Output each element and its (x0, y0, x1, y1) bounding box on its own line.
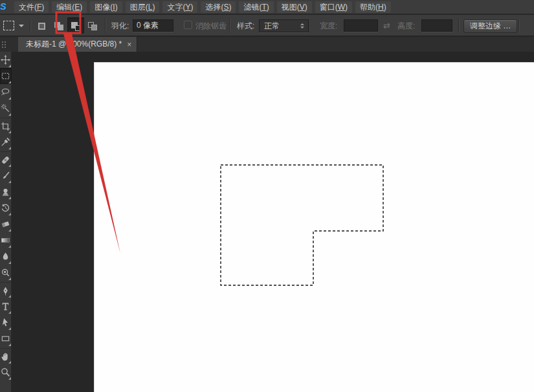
refine-edge-button[interactable]: 调整边缘 … (463, 19, 517, 33)
menu-item[interactable]: 选择(S) (201, 1, 236, 13)
quick-selection-tool[interactable] (0, 100, 12, 116)
style-value: 正常 (260, 21, 298, 32)
menu-item[interactable]: 图层(L) (126, 1, 160, 13)
mode-new-selection[interactable] (34, 17, 50, 34)
panel-grip-icon[interactable] (1, 41, 7, 49)
menu-item[interactable]: 帮助(H) (355, 1, 391, 13)
tools-panel (0, 52, 12, 392)
antialias-label: 消除锯齿 (195, 21, 227, 32)
mode-intersect-with-selection[interactable] (84, 17, 101, 34)
selection-mode-icon (71, 21, 81, 31)
zoom-tool[interactable] (0, 364, 12, 380)
tool-preset-button[interactable] (2, 19, 27, 32)
mode-add-to-selection[interactable] (50, 17, 67, 34)
selection-mode-icon (87, 21, 98, 31)
pen-tool[interactable] (0, 282, 12, 298)
photoshop-logo: PS (0, 1, 10, 13)
clone-stamp-tool[interactable] (0, 184, 12, 200)
menu-item[interactable]: 滤镜(T) (239, 1, 273, 13)
document-canvas[interactable] (94, 62, 534, 392)
eyedropper-tool[interactable] (0, 134, 12, 150)
width-label: 宽度: (320, 21, 337, 32)
selection-mode-icon (37, 21, 47, 31)
close-icon[interactable]: × (127, 41, 131, 49)
separator (458, 18, 459, 33)
document-tab-title: 未标题-1 @ 100%(RGB/8) * (26, 39, 122, 50)
selection-mode-icon (54, 21, 64, 31)
swap-width-height-icon[interactable]: ⇄ (383, 21, 390, 30)
antialias-checkbox[interactable] (184, 21, 192, 29)
path-selection-tool[interactable] (0, 314, 12, 331)
menu-item[interactable]: 图像(I) (90, 1, 122, 13)
lasso-tool[interactable] (0, 84, 12, 100)
type-tool[interactable] (0, 298, 12, 314)
rectangular-marquee-icon (3, 21, 14, 30)
rectangular-marquee-tool[interactable] (0, 68, 12, 84)
separator (229, 18, 230, 33)
crop-tool[interactable] (0, 118, 12, 134)
menu-item[interactable]: 窗口(W) (315, 1, 352, 13)
menu-item[interactable]: 文件(F) (14, 1, 49, 13)
mode-subtract-from-selection[interactable] (67, 17, 84, 34)
eraser-tool[interactable] (0, 216, 12, 232)
height-input[interactable] (421, 19, 452, 32)
tool-options-bar: 羽化: 0 像素 消除锯齿 样式: 正常 宽度: ⇄ 高度: 调整边缘 … (0, 15, 534, 36)
gradient-tool[interactable] (0, 232, 12, 248)
feather-label: 羽化: (111, 21, 129, 32)
dodge-tool[interactable] (0, 265, 12, 281)
separator (105, 18, 106, 33)
menu-item[interactable]: 文字(Y) (162, 1, 197, 13)
blur-tool[interactable] (0, 248, 12, 265)
document-tab-bar: 未标题-1 @ 100%(RGB/8) * × (0, 37, 534, 52)
shape-tool[interactable] (0, 331, 12, 347)
spot-healing-brush-tool[interactable] (0, 151, 12, 168)
move-tool[interactable] (0, 52, 12, 68)
style-dropdown[interactable]: 正常 (259, 19, 309, 32)
separator (30, 18, 30, 33)
feather-input[interactable]: 0 像素 (133, 19, 173, 32)
separator (518, 18, 519, 33)
menu-item[interactable]: 视图(V) (277, 1, 312, 13)
menu-bar: PS 文件(F) 编辑(E) 图像(I) 图层(L) 文字(Y) 选择(S) 滤… (0, 0, 534, 14)
style-label: 样式: (237, 21, 254, 32)
brush-tool[interactable] (0, 168, 12, 184)
height-label: 高度: (397, 21, 415, 32)
menu-item[interactable]: 编辑(E) (52, 1, 87, 13)
hand-tool[interactable] (0, 348, 12, 364)
history-brush-tool[interactable] (0, 200, 12, 216)
width-input[interactable] (344, 19, 378, 32)
document-tab[interactable]: 未标题-1 @ 100%(RGB/8) * × (18, 37, 137, 52)
spinner-arrows-icon (298, 21, 307, 30)
chevron-down-icon (19, 25, 24, 30)
